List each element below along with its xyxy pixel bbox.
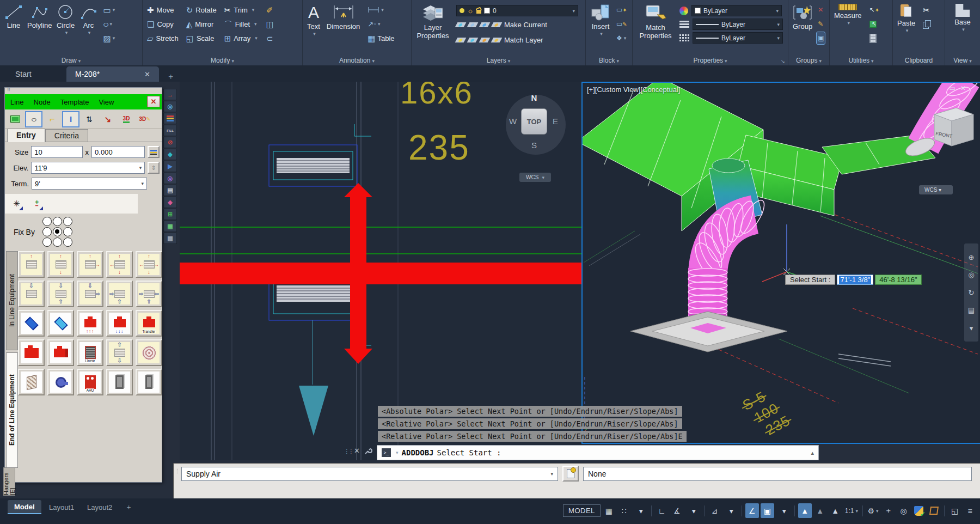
equipment-item[interactable] [136,339,162,366]
layer-unlock2-icon[interactable] [491,38,503,42]
annotation-visibility-toggle[interactable]: ▲ [798,503,812,518]
flow-tool[interactable]: ▶ [163,161,177,172]
zoom-tool-icon[interactable]: ↻ [969,289,975,297]
group-button[interactable]: Group [791,3,814,32]
copy-button[interactable]: ❏Copy [145,17,181,31]
equipment-item[interactable]: Linear [77,339,103,366]
viewport-restore-icon[interactable]: ▭ [950,84,955,92]
panel-label-draw[interactable]: Draw▾ [0,57,142,64]
3d-viewport[interactable]: FRONT WCS ▾ S-5 100 235 [+][Custom View]… [581,82,980,444]
polar-tracking-toggle[interactable]: ∡ [670,503,684,518]
command-bar-wrench-icon[interactable] [364,447,372,457]
add-remove-option-button[interactable]: ＋－ [29,197,44,211]
category-tab-in-line-equipment[interactable]: In Line Equipment [6,251,18,350]
equipment-item[interactable] [18,369,45,395]
match-properties-button[interactable]: Match Properties [635,3,676,41]
duct-line-tool[interactable] [7,111,24,127]
size-input-2[interactable]: 0.000 [91,146,145,158]
selection-filter-combo[interactable]: None [583,467,972,481]
fixby-radio-selected[interactable] [53,227,62,236]
array-button[interactable]: ⊞Array▾ [222,31,260,45]
equipment-item[interactable]: Transfer [136,310,162,337]
new-tab-plus-icon[interactable]: ＋ [167,71,175,82]
rectangle-tool-button[interactable]: ▭▾ [102,4,117,16]
elbow-tool[interactable]: ⌐ [44,111,61,127]
equipment-item[interactable]: ↑→ [77,251,103,278]
layer-unisolate-icon[interactable] [467,38,479,42]
overkill-button[interactable]: ⊂ [265,32,275,44]
equipment-item[interactable]: ↑↓ [47,251,74,278]
chevron-down-icon[interactable]: ▾ [687,503,701,518]
chevron-down-icon[interactable]: ▾ [396,450,399,455]
panel-label-block[interactable]: Block▾ [586,57,632,64]
text-tool-button[interactable]: A Text ▾ [305,3,322,38]
equipment-item[interactable] [18,339,45,366]
chevron-down-icon[interactable]: ▾ [777,503,791,518]
equipment-item[interactable]: ⇨⇦⇧ [136,281,162,307]
hatch-tool-button[interactable]: ▨▾ [102,32,117,44]
fixby-radio[interactable] [42,237,52,247]
3d-edit-tool[interactable]: 3D✎ [136,111,154,127]
viewcube-2d[interactable]: N W E S TOP WCS▾ [504,92,567,184]
create-block-button[interactable]: ▭✦ [615,4,628,16]
no-fill-tool[interactable]: ⊘ [163,137,177,148]
dialog-launcher-icon[interactable]: ↘ [781,58,785,64]
navbar-more-icon[interactable]: ▾ [970,324,973,332]
clean-screen-toggle[interactable]: ◱ [948,503,961,518]
insert-block-button[interactable]: Insert ▾ [588,3,613,38]
orbit-tool-icon[interactable]: ◎ [968,271,974,279]
measure-button[interactable]: Measure ▾ [832,3,864,27]
dimension-tool-button[interactable]: Dimension [324,3,362,32]
equipment-item[interactable]: ↑↑↑ [77,310,103,337]
pan-tool-icon[interactable]: ⊕ [969,253,975,261]
layer-lock-icon[interactable] [491,22,503,27]
palette-grip[interactable]: ⠿ [5,88,162,94]
fill-tool[interactable]: FILL [163,125,177,136]
isometric-drafting-toggle[interactable]: ⊿ [708,503,721,518]
command-line[interactable]: >_ ▾ ADDDOBJ Select Start : ▴ [377,445,819,460]
chevron-down-icon[interactable]: ▾ [634,503,648,518]
layer-thaw-icon[interactable] [479,38,491,42]
group-selection-toggle[interactable]: ▣ [817,32,825,44]
panel-label-groups[interactable]: Groups▾ [788,57,829,64]
equipment-item[interactable] [106,369,133,395]
group-edit-button[interactable]: ✎ [817,18,825,30]
round-duct-tool[interactable]: ○ [25,111,42,127]
layer-combo[interactable]: ☼ 0 ▾ [456,5,578,16]
palette-menu-node[interactable]: Node [34,98,51,106]
pattern-tool[interactable]: ▦ [163,221,177,232]
select-similar-button[interactable]: ↖ [868,18,880,30]
compass-south[interactable]: S [529,141,540,150]
hardware-acceleration-indicator[interactable] [912,503,926,518]
panel-label-annotation[interactable]: Annotation▾ [303,57,411,64]
isolate-objects-toggle[interactable]: ◎ [897,503,910,518]
shade-tool[interactable]: ▩ [163,233,177,244]
grid-display-toggle[interactable]: ▦ [602,503,616,518]
fixby-radio[interactable] [63,237,72,247]
equipment-item[interactable]: ↑ [18,251,45,278]
multileader-button[interactable]: ↗○▾ [366,18,395,30]
equipment-item[interactable] [47,339,74,366]
terminal-combo[interactable]: 9'▾ [32,178,147,190]
layer-properties-button[interactable]: Layer Properties [414,3,452,41]
circle-tool-button[interactable]: Circle ▾ [54,3,77,36]
steering-wheel-icon[interactable]: ▤ [968,306,975,314]
size-input[interactable]: 10 [31,146,82,158]
system-settings-button[interactable] [562,466,579,482]
layer-stack-tool[interactable] [163,113,177,124]
viewport-label[interactable]: [+][Custom View][Conceptual] [587,86,680,94]
base-view-button[interactable]: Base ▾ [952,3,973,33]
model-space-button[interactable]: MODEL [563,504,601,517]
table-button[interactable]: ▦Table [366,32,395,44]
dynamic-input-x-field[interactable]: 71'-1 3/8" [837,275,873,285]
elevation-lock-button[interactable]: ⇕ [148,162,160,174]
block-editor-button[interactable]: ❖▾ [615,32,628,44]
palette-menu-template[interactable]: Template [60,98,89,106]
palette-close-button[interactable]: ✕ [147,96,160,107]
graphics-performance-toggle[interactable] [927,503,941,518]
add-grid-tool[interactable]: ⊞ [163,209,177,220]
scale-button[interactable]: ◱Scale [184,31,219,45]
fixby-radio[interactable] [53,217,62,226]
compass-west[interactable]: W [507,117,518,126]
equipment-item[interactable]: ⇧⇩ [106,339,133,366]
